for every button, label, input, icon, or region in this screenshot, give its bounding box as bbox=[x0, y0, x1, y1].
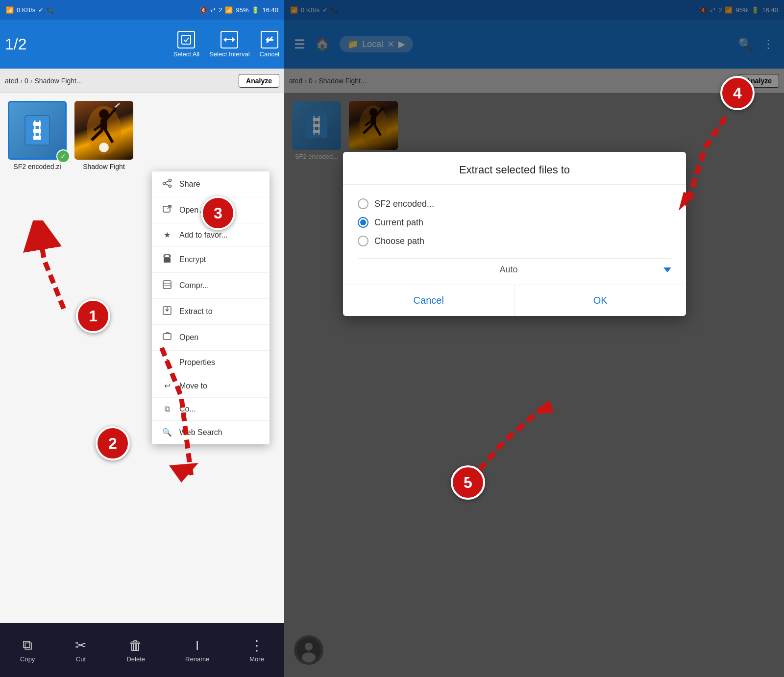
breadcrumb-item-2[interactable]: 0 bbox=[24, 77, 28, 85]
svg-line-27 bbox=[168, 205, 171, 209]
radio-sf2-button[interactable] bbox=[358, 198, 368, 209]
svg-point-23 bbox=[169, 185, 172, 188]
battery-level: 95% bbox=[236, 6, 248, 14]
ctx-favorites-label: Add to favor... bbox=[179, 231, 228, 240]
svg-rect-30 bbox=[164, 258, 171, 263]
ctx-encrypt-label: Encrypt bbox=[179, 255, 206, 264]
selection-counter: 1/2 bbox=[5, 35, 44, 53]
radio-choose-path[interactable]: Choose path bbox=[358, 232, 671, 250]
encrypt-icon bbox=[162, 254, 172, 266]
annotation-3: 3 bbox=[201, 196, 235, 230]
radio-current-path-label: Current path bbox=[374, 218, 423, 228]
delete-button[interactable]: 🗑 Delete bbox=[126, 637, 145, 663]
dialog-body: SF2 encoded... Current path Choose path … bbox=[343, 185, 686, 285]
svg-marker-53 bbox=[537, 399, 554, 414]
arrow-5 bbox=[431, 382, 578, 490]
radio-current-path-button[interactable] bbox=[358, 217, 368, 228]
breadcrumb-item-1[interactable]: ated bbox=[5, 77, 18, 85]
auto-dropdown-row: Auto bbox=[358, 258, 671, 275]
scissors-icon: ✂ bbox=[75, 637, 86, 653]
zip-file-label: SF2 encoded.zi bbox=[13, 163, 61, 170]
toolbar-left: 1/2 Select All bbox=[0, 20, 284, 69]
arrow-3 bbox=[122, 338, 220, 485]
radio-current-path-dot bbox=[360, 219, 366, 225]
overlay-dim bbox=[284, 0, 784, 677]
file-item-image[interactable]: Shadow Fight bbox=[74, 101, 133, 170]
phone-icon: 📞 bbox=[47, 6, 54, 14]
selected-checkmark: ✓ bbox=[56, 149, 70, 163]
cancel-icon bbox=[261, 31, 278, 48]
arrow-1 bbox=[15, 220, 83, 318]
svg-point-22 bbox=[163, 182, 166, 185]
auto-label: Auto bbox=[358, 265, 660, 275]
svg-rect-0 bbox=[182, 35, 191, 44]
star-icon: ★ bbox=[162, 230, 172, 240]
svg-line-24 bbox=[165, 181, 169, 183]
dialog-ok-button[interactable]: OK bbox=[515, 285, 686, 316]
ctx-share[interactable]: Share bbox=[152, 171, 270, 197]
arrow-4 bbox=[647, 108, 745, 230]
svg-rect-31 bbox=[163, 281, 171, 289]
select-interval-button[interactable]: Select Interval bbox=[209, 31, 249, 58]
file-area-left: ✓ SF2 encoded.zi bbox=[0, 93, 284, 623]
svg-point-28 bbox=[165, 255, 170, 258]
rename-icon: I bbox=[196, 638, 199, 653]
open-as-icon bbox=[162, 204, 172, 216]
select-all-button[interactable]: Select All bbox=[173, 31, 199, 58]
extract-dialog: Extract selected files to SF2 encoded...… bbox=[343, 152, 686, 316]
ctx-share-label: Share bbox=[179, 180, 200, 189]
svg-rect-9 bbox=[33, 122, 41, 126]
status-bar-right-icons: 🔇 ⇄ 2 📶 95% 🔋 16:40 bbox=[199, 6, 278, 14]
sync-icon: ⇄ bbox=[210, 6, 216, 14]
more-icon: ⋮ bbox=[250, 637, 264, 653]
ctx-compress[interactable]: Compr... bbox=[152, 273, 270, 299]
trash-icon: 🗑 bbox=[129, 637, 143, 653]
svg-marker-2 bbox=[223, 37, 226, 42]
cut-button[interactable]: ✂ Cut bbox=[75, 637, 86, 663]
radio-current-path[interactable]: Current path bbox=[358, 213, 671, 232]
kb-speed: 0 KB/s bbox=[17, 6, 35, 14]
copy-icon: ⧉ bbox=[23, 637, 32, 653]
signal-icon: 📶 bbox=[225, 6, 233, 14]
svg-line-25 bbox=[165, 184, 169, 186]
compress-icon bbox=[162, 280, 172, 291]
breadcrumb-sep-1: › bbox=[20, 77, 23, 85]
radio-sf2[interactable]: SF2 encoded... bbox=[358, 194, 671, 213]
svg-rect-11 bbox=[33, 136, 41, 140]
svg-marker-52 bbox=[679, 192, 696, 211]
breadcrumb-sep-2: › bbox=[30, 77, 33, 85]
share-icon bbox=[162, 178, 172, 190]
breadcrumb-item-3[interactable]: Shadow Fight... bbox=[34, 77, 82, 85]
radio-choose-path-button[interactable] bbox=[358, 236, 368, 246]
analyze-button-left[interactable]: Analyze bbox=[239, 74, 279, 88]
notification-2: 2 bbox=[219, 6, 222, 14]
status-bar-left-icons: 📶 0 KB/s ✓ 📞 bbox=[6, 6, 54, 14]
radio-choose-path-label: Choose path bbox=[374, 236, 424, 246]
mute-icon: 🔇 bbox=[199, 6, 207, 14]
svg-marker-3 bbox=[232, 37, 235, 42]
ctx-encrypt[interactable]: Encrypt bbox=[152, 247, 270, 273]
cancel-button[interactable]: Cancel bbox=[260, 31, 279, 58]
copy-button[interactable]: ⧉ Copy bbox=[20, 637, 35, 663]
battery-icon: 🔋 bbox=[251, 6, 259, 14]
svg-point-21 bbox=[169, 179, 172, 182]
file-item-zip[interactable]: ✓ SF2 encoded.zi bbox=[8, 101, 67, 170]
image-file-thumb bbox=[74, 101, 133, 160]
ctx-compress-label: Compr... bbox=[179, 281, 209, 290]
bottom-bar-left: ⧉ Copy ✂ Cut 🗑 Delete I Rename ⋮ More bbox=[0, 623, 284, 677]
rename-button[interactable]: I Rename bbox=[185, 638, 209, 663]
dialog-cancel-button[interactable]: Cancel bbox=[343, 285, 515, 316]
dropdown-arrow[interactable] bbox=[663, 267, 671, 272]
more-button[interactable]: ⋮ More bbox=[249, 637, 264, 663]
zip-file-icon: ✓ bbox=[8, 101, 67, 160]
select-all-icon bbox=[177, 31, 195, 48]
ctx-extract[interactable]: Extract to bbox=[152, 299, 270, 325]
right-panel: 📶 0 KB/s ✓ 📞 🔇 ⇄ 2 📶 95% 🔋 16:40 ☰ 🏠 📁 L… bbox=[284, 0, 784, 677]
dialog-actions: Cancel OK bbox=[343, 285, 686, 316]
time-display-left: 16:40 bbox=[262, 6, 278, 14]
status-bar-left: 📶 0 KB/s ✓ 📞 🔇 ⇄ 2 📶 95% 🔋 16:40 bbox=[0, 0, 284, 20]
select-interval-icon bbox=[220, 31, 238, 48]
dialog-title: Extract selected files to bbox=[343, 152, 686, 185]
ctx-extract-label: Extract to bbox=[179, 307, 213, 316]
radio-sf2-label: SF2 encoded... bbox=[374, 199, 434, 209]
